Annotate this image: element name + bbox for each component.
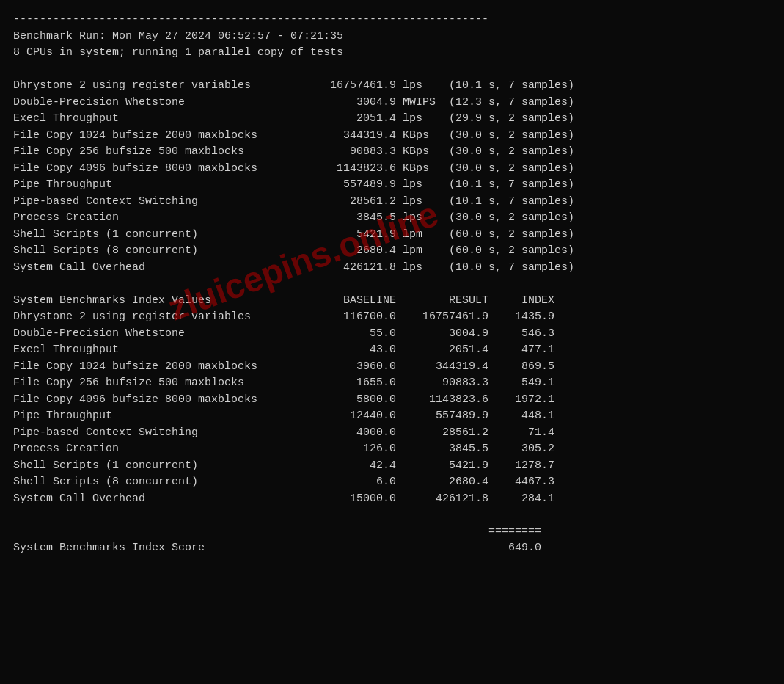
- index-header-row: System Benchmarks Index Values BASELINE …: [13, 293, 771, 310]
- index-row: Process Creation 126.0 3845.5 305.2: [13, 441, 771, 458]
- index-row: Pipe Throughput 12440.0 557489.9 448.1: [13, 408, 771, 425]
- index-row: Dhrystone 2 using register variables 116…: [13, 309, 771, 326]
- result-row: Execl Throughput 2051.4 lps (29.9 s, 2 s…: [13, 111, 771, 128]
- result-row: Shell Scripts (8 concurrent) 2680.4 lpm …: [13, 243, 771, 260]
- terminal-output: ----------------------------------------…: [13, 12, 771, 557]
- index-row: Shell Scripts (1 concurrent) 42.4 5421.9…: [13, 458, 771, 475]
- result-row: System Call Overhead 426121.8 lps (10.0 …: [13, 260, 771, 277]
- results-block: Dhrystone 2 using register variables 167…: [13, 78, 771, 276]
- index-row: File Copy 4096 bufsize 8000 maxblocks 58…: [13, 392, 771, 409]
- result-row: Pipe-based Context Switching 28561.2 lps…: [13, 194, 771, 211]
- index-row: System Call Overhead 15000.0 426121.8 28…: [13, 491, 771, 508]
- result-row: Dhrystone 2 using register variables 167…: [13, 78, 771, 95]
- header-block: Benchmark Run: Mon May 27 2024 06:52:57 …: [13, 29, 771, 62]
- result-row: Pipe Throughput 557489.9 lps (10.1 s, 7 …: [13, 177, 771, 194]
- separator-top: ----------------------------------------…: [13, 12, 771, 29]
- index-row: Shell Scripts (8 concurrent) 6.0 2680.4 …: [13, 474, 771, 491]
- index-row: File Copy 1024 bufsize 2000 maxblocks 39…: [13, 359, 771, 376]
- result-row: File Copy 4096 bufsize 8000 maxblocks 11…: [13, 161, 771, 178]
- result-row: Double-Precision Whetstone 3004.9 MWIPS …: [13, 95, 771, 112]
- index-block: System Benchmarks Index Values BASELINE …: [13, 293, 771, 508]
- index-row: Pipe-based Context Switching 4000.0 2856…: [13, 425, 771, 442]
- result-row: Process Creation 3845.5 lps (30.0 s, 2 s…: [13, 210, 771, 227]
- index-row: Execl Throughput 43.0 2051.4 477.1: [13, 342, 771, 359]
- index-row: Double-Precision Whetstone 55.0 3004.9 5…: [13, 326, 771, 343]
- score-block: ======== System Benchmarks Index Score 6…: [13, 524, 771, 557]
- result-row: File Copy 256 bufsize 500 maxblocks 9088…: [13, 144, 771, 161]
- index-row: File Copy 256 bufsize 500 maxblocks 1655…: [13, 375, 771, 392]
- result-row: Shell Scripts (1 concurrent) 5421.9 lpm …: [13, 227, 771, 244]
- result-row: File Copy 1024 bufsize 2000 maxblocks 34…: [13, 128, 771, 145]
